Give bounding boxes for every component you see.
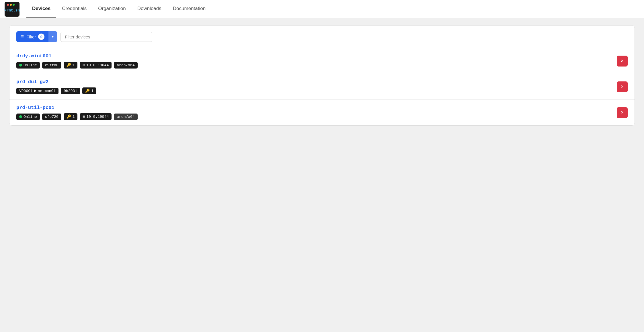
nav-downloads[interactable]: Downloads — [132, 0, 167, 18]
filter-bar: ☰ Filter 0 ▾ — [9, 26, 635, 48]
nav-organization[interactable]: Organization — [92, 0, 131, 18]
play-icon — [34, 89, 36, 92]
nav-devices[interactable]: Devices — [26, 0, 56, 18]
device-content: drdy-wint001 Online e9ff80 🔑 1 ⊞ — [16, 53, 612, 69]
filter-chevron-icon: ▾ — [48, 31, 57, 42]
tag-key2: 🔑 1 — [82, 87, 96, 94]
tag-hash-val: e9ff80 — [45, 63, 58, 67]
maximize-dot — [13, 4, 15, 6]
tag-key3: 🔑 1 — [64, 113, 78, 120]
filter-button[interactable]: ☰ Filter 0 ▾ — [16, 31, 57, 42]
tag-key2-val: 1 — [91, 89, 93, 93]
filter-input[interactable] — [61, 32, 152, 42]
window-controls — [7, 4, 15, 6]
main-content: ☰ Filter 0 ▾ drdy-wint001 Online — [0, 18, 644, 132]
filter-icon: ☰ — [20, 34, 24, 39]
navbar: >rmt.sh Devices Credentials Organization… — [0, 0, 644, 18]
key-icon2: 🔑 — [85, 89, 90, 93]
device-row: drdy-wint001 Online e9ff80 🔑 1 ⊞ — [9, 48, 635, 74]
filter-btn-main: ☰ Filter 0 — [16, 34, 48, 40]
key-icon3: 🔑 — [67, 114, 71, 119]
device-content: prd-util-pc01 Online cfe726 🔑 1 ⊞ — [16, 105, 612, 120]
tag-hash3: cfe726 — [42, 114, 61, 120]
tag-arch3-val: arch/x64 — [117, 115, 134, 119]
nav-documentation[interactable]: Documentation — [167, 0, 211, 18]
tag-online3-label: Online — [24, 115, 37, 119]
logo: >rmt.sh — [5, 2, 19, 17]
windows-icon3: ⊞ — [83, 114, 85, 119]
device-name-drdy-wint001[interactable]: drdy-wint001 — [16, 53, 51, 59]
tag-win-val: 10.0.19044 — [86, 63, 109, 67]
online-dot — [19, 64, 22, 67]
device-row: prd-util-pc01 Online cfe726 🔑 1 ⊞ — [9, 100, 635, 125]
tag-key3-val: 1 — [73, 115, 75, 119]
windows-icon: ⊞ — [83, 63, 85, 67]
tag-vp0001: VP0001 netmon01 — [16, 88, 58, 94]
tag-windows: ⊞ 10.0.19044 — [80, 62, 112, 69]
tag-windows3: ⊞ 10.0.19044 — [80, 113, 112, 120]
tag-netmon-val: netmon01 — [38, 89, 56, 93]
delete-button-drdy-wint001[interactable]: × — [617, 56, 628, 67]
filter-label: Filter — [26, 34, 36, 39]
device-row: prd-dul-gw2 VP0001 netmon01 9b2931 🔑 1 — [9, 74, 635, 100]
tag-arch: arch/x64 — [114, 62, 137, 69]
key-icon: 🔑 — [67, 63, 71, 67]
nav-items: Devices Credentials Organization Downloa… — [26, 0, 211, 18]
tag-online: Online — [16, 62, 40, 69]
delete-button-prd-util-pc01[interactable]: × — [617, 107, 628, 118]
tag-key: 🔑 1 — [64, 62, 78, 69]
tag-online-label: Online — [24, 63, 37, 67]
device-tags: VP0001 netmon01 9b2931 🔑 1 — [16, 87, 612, 94]
device-tags: Online e9ff80 🔑 1 ⊞ 10.0.19044 arch/x64 — [16, 62, 612, 69]
device-name-prd-dul-gw2[interactable]: prd-dul-gw2 — [16, 79, 48, 85]
device-tags: Online cfe726 🔑 1 ⊞ 10.0.19044 arch/x64 — [16, 113, 612, 120]
tag-key-val: 1 — [73, 63, 75, 67]
minimize-dot — [10, 4, 12, 6]
tag-hash2: 9b2931 — [61, 88, 80, 94]
tag-win3-val: 10.0.19044 — [86, 115, 109, 119]
device-content: prd-dul-gw2 VP0001 netmon01 9b2931 🔑 1 — [16, 79, 612, 94]
device-name-prd-util-pc01[interactable]: prd-util-pc01 — [16, 105, 54, 110]
logo-text: >rmt.sh — [4, 8, 20, 13]
tag-hash3-val: cfe726 — [45, 115, 58, 119]
tag-vp0001-val: VP0001 — [19, 89, 33, 93]
filter-count: 0 — [38, 34, 44, 40]
tag-hash2-val: 9b2931 — [64, 89, 77, 93]
tag-arch-val: arch/x64 — [117, 63, 134, 67]
tag-hash: e9ff80 — [42, 62, 61, 69]
online-dot3 — [19, 115, 22, 118]
tag-arch3: arch/x64 — [114, 114, 137, 120]
delete-button-prd-dul-gw2[interactable]: × — [617, 81, 628, 92]
tag-online3: Online — [16, 114, 40, 120]
devices-card: ☰ Filter 0 ▾ drdy-wint001 Online — [9, 25, 635, 126]
nav-credentials[interactable]: Credentials — [56, 0, 92, 18]
close-dot — [7, 4, 9, 6]
